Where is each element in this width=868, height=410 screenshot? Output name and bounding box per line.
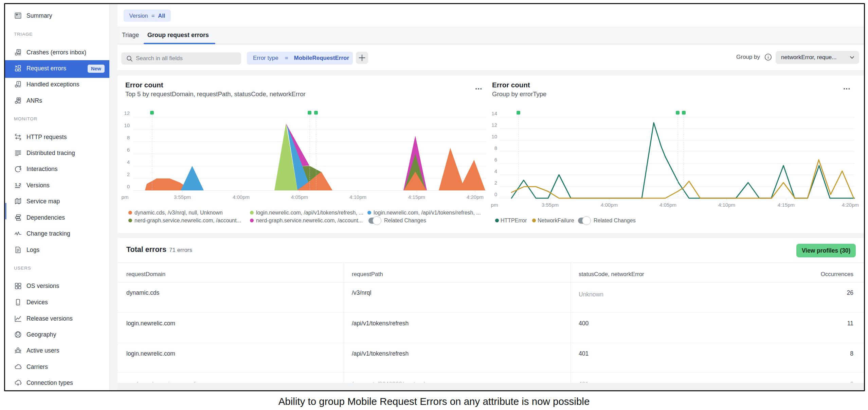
svg-text:10: 10 — [124, 122, 130, 128]
svg-text:4:20pm: 4:20pm — [467, 194, 484, 200]
svg-text:1.2: 1.2 — [15, 182, 21, 187]
svg-text:4:15pm: 4:15pm — [778, 202, 795, 208]
svg-text:0: 0 — [127, 184, 130, 189]
svg-text:3:55pm: 3:55pm — [174, 194, 191, 200]
svg-text:6: 6 — [494, 157, 497, 163]
svg-text:4:00pm: 4:00pm — [233, 194, 250, 200]
svg-text:pm: pm — [122, 194, 129, 200]
svg-text:4:10pm: 4:10pm — [718, 202, 735, 208]
svg-text:10: 10 — [491, 134, 497, 139]
svg-text:3:55pm: 3:55pm — [542, 202, 559, 208]
svg-text:2: 2 — [494, 180, 497, 186]
svg-text:14: 14 — [491, 110, 497, 116]
svg-text:0: 0 — [494, 191, 497, 197]
svg-text:pm: pm — [491, 202, 498, 208]
svg-text:4:20pm: 4:20pm — [842, 202, 859, 208]
svg-text:6: 6 — [127, 147, 130, 153]
svg-text:4: 4 — [494, 168, 497, 174]
svg-text:12: 12 — [491, 122, 497, 128]
svg-text:4:00pm: 4:00pm — [601, 202, 618, 208]
svg-text:2: 2 — [127, 171, 130, 177]
svg-text:4:05pm: 4:05pm — [659, 202, 676, 208]
svg-text:4:15pm: 4:15pm — [408, 194, 425, 200]
svg-text:4:10pm: 4:10pm — [349, 194, 366, 200]
svg-text:12: 12 — [124, 110, 130, 116]
svg-text:8: 8 — [494, 145, 497, 151]
svg-text:4: 4 — [127, 159, 130, 165]
svg-text:4:05pm: 4:05pm — [291, 194, 308, 200]
svg-text:8: 8 — [127, 135, 130, 140]
